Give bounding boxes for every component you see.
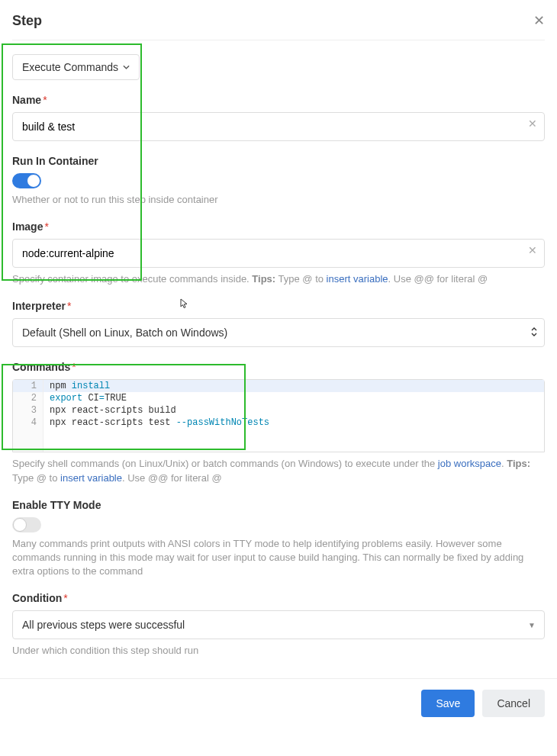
cancel-button[interactable]: Cancel bbox=[482, 690, 545, 717]
code-line[interactable]: 4npx react-scripts test --passWithNoTest… bbox=[13, 417, 544, 429]
code-line[interactable]: 2export CI=TRUE bbox=[13, 392, 544, 404]
job-workspace-link[interactable]: job workspace bbox=[438, 458, 501, 469]
toggle-knob bbox=[13, 518, 27, 532]
save-button[interactable]: Save bbox=[421, 690, 475, 717]
modal-header: Step ✕ bbox=[12, 12, 545, 40]
interpreter-label: Interpreter bbox=[12, 300, 66, 312]
line-number: 1 bbox=[13, 380, 43, 392]
interpreter-select[interactable]: Default (Shell on Linux, Batch on Window… bbox=[12, 318, 545, 347]
close-icon[interactable]: ✕ bbox=[533, 12, 545, 29]
code-line[interactable]: 1npm install bbox=[13, 380, 544, 392]
required-mark: * bbox=[43, 94, 47, 106]
step-type-dropdown[interactable]: Execute Commands bbox=[12, 54, 140, 80]
name-label: Name bbox=[12, 94, 41, 106]
line-number: 3 bbox=[13, 404, 43, 417]
interpreter-field: Interpreter* Default (Shell on Linux, Ba… bbox=[12, 300, 545, 347]
run-in-container-field: Run In Container Whether or not to run t… bbox=[12, 155, 545, 207]
required-mark: * bbox=[44, 220, 48, 233]
code-content[interactable]: export CI=TRUE bbox=[43, 392, 544, 404]
tty-field: Enable TTY Mode Many commands print outp… bbox=[12, 499, 545, 579]
required-mark: * bbox=[72, 361, 76, 373]
line-number: 4 bbox=[13, 417, 43, 429]
required-mark: * bbox=[67, 300, 71, 312]
clear-icon[interactable]: ✕ bbox=[528, 244, 537, 256]
name-field: Name* ✕ bbox=[12, 94, 545, 141]
commands-help: Specify shell commands (on Linux/Unix) o… bbox=[12, 457, 545, 484]
condition-select[interactable]: All previous steps were successful bbox=[12, 610, 545, 639]
condition-help: Under which condition this step should r… bbox=[12, 644, 545, 658]
code-padding bbox=[13, 429, 544, 452]
image-field: Image* ✕ Specify container image to exec… bbox=[12, 220, 545, 286]
insert-variable-link[interactable]: insert variable bbox=[60, 472, 122, 484]
run-in-container-toggle[interactable] bbox=[12, 173, 41, 188]
line-number: 2 bbox=[13, 392, 43, 404]
code-content[interactable]: npm install bbox=[43, 380, 544, 392]
image-label: Image bbox=[12, 220, 43, 233]
image-help: Specify container image to execute comma… bbox=[12, 272, 545, 286]
code-content[interactable]: npx react-scripts test --passWithNoTests bbox=[43, 417, 544, 429]
commands-label: Commands bbox=[12, 361, 70, 373]
run-in-container-label: Run In Container bbox=[12, 155, 545, 167]
condition-field: Condition* All previous steps were succe… bbox=[12, 592, 545, 658]
required-mark: * bbox=[63, 592, 67, 604]
commands-field: Commands* 1npm install2export CI=TRUE3np… bbox=[12, 361, 545, 484]
name-input[interactable] bbox=[12, 112, 545, 141]
insert-variable-link[interactable]: insert variable bbox=[327, 273, 388, 285]
tty-help: Many commands print outputs with ANSI co… bbox=[12, 537, 545, 579]
modal-footer: Save Cancel bbox=[0, 678, 557, 729]
dropdown-triangle-icon: ▼ bbox=[528, 621, 536, 629]
step-type-label: Execute Commands bbox=[22, 61, 118, 73]
tty-toggle[interactable] bbox=[12, 517, 41, 532]
condition-label: Condition bbox=[12, 592, 62, 604]
commands-editor[interactable]: 1npm install2export CI=TRUE3npx react-sc… bbox=[12, 379, 545, 452]
clear-icon[interactable]: ✕ bbox=[528, 117, 537, 130]
tty-label: Enable TTY Mode bbox=[12, 499, 545, 511]
run-in-container-help: Whether or not to run this step inside c… bbox=[12, 193, 545, 207]
code-line[interactable]: 3npx react-scripts build bbox=[13, 404, 544, 417]
select-arrows-icon bbox=[531, 327, 537, 338]
chevron-down-icon bbox=[123, 65, 130, 69]
modal-title: Step bbox=[12, 13, 42, 29]
image-input[interactable] bbox=[12, 239, 545, 268]
code-content[interactable]: npx react-scripts build bbox=[43, 404, 544, 417]
toggle-knob bbox=[27, 174, 40, 188]
